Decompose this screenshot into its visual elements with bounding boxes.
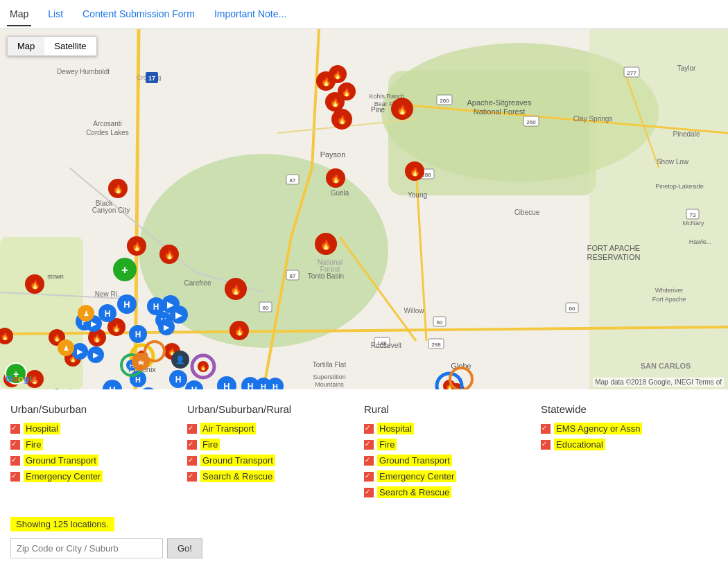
svg-text:H: H [191, 385, 198, 389]
map-toggle-satellite[interactable]: Satellite [44, 37, 96, 55]
svg-text:▶: ▶ [164, 323, 170, 331]
svg-text:Young: Young [408, 191, 427, 199]
svg-text:🔥: 🔥 [132, 241, 142, 252]
legend-checkbox-search-rescue-rural[interactable] [364, 488, 374, 497]
svg-text:🔥: 🔥 [112, 323, 121, 333]
svg-text:H: H [135, 330, 141, 340]
legend-highlight-educational: Educational [554, 439, 605, 450]
tab-important-note[interactable]: Important Note... [211, 3, 289, 26]
legend-highlight-search-rescue-rural: Search & Rescue [377, 486, 451, 498]
map-container: Map Satellite [0, 29, 728, 389]
svg-text:260: 260 [440, 98, 449, 104]
legend-highlight-ems-agency: EMS Agency or Assn [554, 423, 642, 434]
svg-text:🔥: 🔥 [342, 87, 352, 97]
legend-highlight-hospital: Hospital [24, 423, 60, 434]
legend-label-search-rescue-rural: Search & Rescue [377, 487, 451, 497]
svg-text:🔥: 🔥 [330, 97, 340, 107]
svg-text:Arcosanti: Arcosanti [93, 120, 122, 127]
legend-checkbox-ground-transport-rural[interactable] [364, 456, 374, 466]
legend-checkbox-fire-rural[interactable] [364, 440, 374, 450]
svg-text:🏍: 🏍 [137, 358, 145, 366]
legend-highlight-search-rescue-usr: Search & Rescue [200, 470, 275, 482]
legend-checkbox-fire[interactable] [10, 440, 20, 450]
legend-checkbox-emergency-center[interactable] [10, 472, 20, 482]
legend-label-fire: Fire [24, 439, 43, 450]
svg-text:Willow: Willow [404, 307, 425, 315]
legend-item-fire-rural: Fire [364, 439, 534, 450]
svg-text:73: 73 [690, 212, 696, 218]
legend-checkbox-ground-transport[interactable] [10, 456, 20, 466]
svg-text:H: H [123, 299, 130, 310]
legend-checkbox-ems-agency[interactable] [541, 424, 551, 434]
legend-highlight-fire-rural: Fire [377, 439, 397, 450]
legend-label-air-transport: Air Transport [200, 423, 256, 434]
svg-text:Goodyear: Goodyear [54, 388, 85, 389]
legend-item-fire-usr: Fire [187, 439, 357, 450]
svg-text:SAN CARLOS: SAN CARLOS [641, 362, 691, 370]
svg-text:stown: stown [47, 273, 64, 280]
legend-label-hospital: Hospital [24, 423, 60, 434]
svg-text:♟: ♟ [63, 344, 69, 352]
tab-map[interactable]: Map [7, 3, 31, 26]
legend-item-ground-transport: Ground Transport [10, 455, 180, 466]
legend-col-title-statewide: Statewide [541, 403, 711, 415]
svg-text:▶: ▶ [93, 351, 99, 359]
legend-checkbox-emergency-center-rural[interactable] [364, 472, 374, 482]
legend-label-educational: Educational [554, 439, 605, 450]
legend-checkbox-hospital[interactable] [10, 424, 20, 434]
svg-text:🔥: 🔥 [337, 114, 347, 125]
svg-text:H: H [135, 376, 141, 384]
legend-label-search-rescue-usr: Search & Rescue [200, 471, 275, 482]
svg-text:Fort Apache: Fort Apache [652, 296, 686, 303]
svg-text:60: 60 [437, 319, 443, 326]
tab-content-submission[interactable]: Content Submission Form [80, 3, 198, 26]
legend-item-hospital-rural: Hospital [364, 423, 534, 434]
legend-label-ground-transport: Ground Transport [24, 455, 98, 466]
legend-col-urban-suburban-rural: Urban/Suburban/Rural Air Transport Fire … [187, 403, 364, 503]
legend-label-emergency-center-rural: Emergency Center [377, 471, 456, 482]
svg-text:FORT APACHE: FORT APACHE [587, 244, 640, 252]
svg-text:Carefree: Carefree [184, 279, 211, 287]
svg-text:🔥: 🔥 [397, 104, 408, 116]
legend-col-rural: Rural Hospital Fire Ground Transport Eme… [364, 403, 541, 503]
zip-input[interactable] [10, 538, 163, 558]
showing-badge: Showing 125 locations. [10, 517, 114, 531]
svg-text:🔥: 🔥 [92, 333, 102, 343]
go-button[interactable]: Go! [167, 538, 202, 558]
svg-text:New Ri...: New Ri... [95, 290, 123, 298]
map-satellite-toggle: Map Satellite [7, 36, 97, 56]
legend-label-ems-agency: EMS Agency or Assn [554, 423, 642, 434]
top-navigation: Map List Content Submission Form Importa… [0, 0, 728, 29]
svg-text:Cibecue: Cibecue [514, 209, 540, 216]
svg-text:🔥: 🔥 [320, 239, 332, 251]
legend-col-title-urban-suburban-rural: Urban/Suburban/Rural [187, 403, 357, 415]
legend-label-ground-transport-usr: Ground Transport [200, 455, 275, 466]
legend-checkbox-search-rescue-usr[interactable] [187, 472, 197, 482]
legend-checkbox-air-transport[interactable] [187, 424, 197, 434]
svg-text:🔥: 🔥 [164, 249, 175, 260]
svg-text:🔥: 🔥 [234, 326, 245, 336]
google-logo: Google [6, 373, 37, 384]
legend-checkbox-educational[interactable] [541, 440, 551, 450]
search-row: Go! [10, 538, 718, 558]
legend-highlight-hospital-rural: Hospital [377, 423, 414, 434]
legend-highlight-ground-transport-usr: Ground Transport [200, 455, 275, 466]
svg-text:Tortilla Flat: Tortilla Flat [313, 361, 347, 369]
svg-text:▶: ▶ [175, 310, 182, 320]
map-attribution: Map data ©2018 Google, INEGI Terms of [593, 378, 724, 387]
svg-text:🔥: 🔥 [410, 166, 420, 177]
legend-checkbox-hospital-rural[interactable] [364, 424, 374, 434]
svg-text:H: H [248, 382, 254, 389]
legend-label-hospital-rural: Hospital [377, 423, 414, 434]
legend-item-hospital: Hospital [10, 423, 180, 434]
legend-item-emergency-center-rural: Emergency Center [364, 471, 534, 482]
svg-text:Whiteriver: Whiteriver [655, 287, 684, 294]
svg-text:17: 17 [148, 75, 155, 82]
tab-list[interactable]: List [45, 3, 66, 26]
svg-text:McNary: McNary [683, 220, 704, 227]
legend-checkbox-ground-transport-usr[interactable] [187, 456, 197, 466]
svg-text:Tonto Basin: Tonto Basin [308, 272, 344, 280]
legend-checkbox-fire-usr[interactable] [187, 440, 197, 450]
svg-text:+: + [121, 264, 128, 276]
map-toggle-map[interactable]: Map [8, 37, 44, 55]
